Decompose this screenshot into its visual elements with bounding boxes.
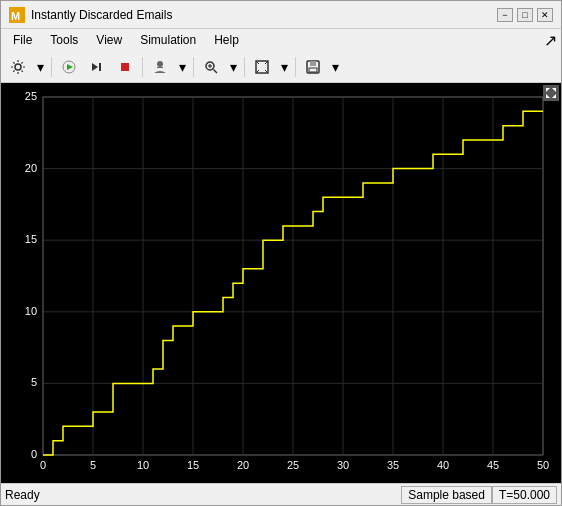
fit-dropdown[interactable]: ▾ xyxy=(277,55,291,79)
expand-button[interactable] xyxy=(543,85,559,101)
zoom-button[interactable] xyxy=(198,55,224,79)
status-right: Sample based T=50.000 xyxy=(401,486,557,504)
svg-rect-6 xyxy=(99,63,101,71)
agent-button[interactable] xyxy=(147,55,173,79)
save-button[interactable] xyxy=(300,55,326,79)
maximize-button[interactable]: □ xyxy=(517,8,533,22)
minimize-button[interactable]: − xyxy=(497,8,513,22)
settings-button[interactable] xyxy=(5,55,31,79)
plot-canvas xyxy=(1,83,561,483)
separator-1 xyxy=(51,57,52,77)
svg-line-11 xyxy=(214,69,218,73)
time-badge: T=50.000 xyxy=(492,486,557,504)
menu-tools[interactable]: Tools xyxy=(42,31,86,49)
menu-simulation[interactable]: Simulation xyxy=(132,31,204,49)
separator-3 xyxy=(193,57,194,77)
stop-button[interactable] xyxy=(112,55,138,79)
status-bar: Ready Sample based T=50.000 xyxy=(1,483,561,505)
menu-bar: File Tools View Simulation Help ↗ xyxy=(1,29,561,51)
svg-point-2 xyxy=(15,64,21,70)
svg-rect-9 xyxy=(157,67,163,68)
step-forward-button[interactable] xyxy=(84,55,110,79)
separator-4 xyxy=(244,57,245,77)
undock-icon[interactable]: ↗ xyxy=(544,31,557,50)
zoom-dropdown[interactable]: ▾ xyxy=(226,55,240,79)
close-button[interactable]: ✕ xyxy=(537,8,553,22)
toolbar: ▾ xyxy=(1,51,561,83)
settings-dropdown[interactable]: ▾ xyxy=(33,55,47,79)
title-bar: M Instantly Discarded Emails − □ ✕ xyxy=(1,1,561,29)
svg-rect-7 xyxy=(121,63,129,71)
fit-button[interactable] xyxy=(249,55,275,79)
menu-help[interactable]: Help xyxy=(206,31,247,49)
matlab-icon: M xyxy=(9,7,25,23)
run-button[interactable] xyxy=(56,55,82,79)
app-window: M Instantly Discarded Emails − □ ✕ File … xyxy=(0,0,562,506)
svg-marker-5 xyxy=(92,63,98,71)
separator-2 xyxy=(142,57,143,77)
plot-area xyxy=(1,83,561,483)
title-text: Instantly Discarded Emails xyxy=(31,8,497,22)
svg-point-8 xyxy=(157,61,163,67)
sample-based-badge: Sample based xyxy=(401,486,492,504)
window-controls: − □ ✕ xyxy=(497,8,553,22)
menu-view[interactable]: View xyxy=(88,31,130,49)
menu-file[interactable]: File xyxy=(5,31,40,49)
separator-5 xyxy=(295,57,296,77)
status-ready-label: Ready xyxy=(5,488,401,502)
svg-rect-16 xyxy=(310,61,316,66)
save-dropdown[interactable]: ▾ xyxy=(328,55,342,79)
svg-rect-17 xyxy=(309,68,317,72)
agent-dropdown[interactable]: ▾ xyxy=(175,55,189,79)
svg-text:M: M xyxy=(11,10,20,22)
